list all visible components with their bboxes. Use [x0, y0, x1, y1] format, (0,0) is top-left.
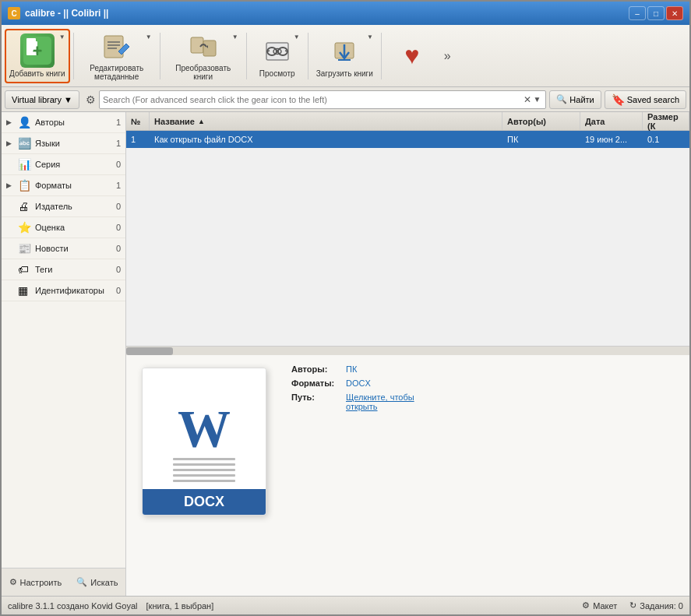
search-dropdown-icon[interactable]: ▼	[531, 95, 542, 104]
rating-icon: ⭐	[18, 221, 32, 234]
docx-badge: DOCX	[143, 489, 266, 515]
table-row[interactable]: 1 Как открыть файл DOCX ПК 19 июн 2... 0…	[126, 131, 689, 148]
series-count: 0	[116, 160, 121, 169]
cell-title: Как открыть файл DOCX	[150, 135, 502, 144]
docx-line-2	[173, 463, 235, 466]
layout-icon: ⚙	[582, 600, 590, 611]
configure-label: Настроить	[20, 578, 62, 587]
jobs-button[interactable]: ↻ Задания: 0	[629, 600, 683, 611]
virtual-library-chevron: ▼	[64, 95, 72, 104]
docx-line-1	[173, 458, 235, 460]
statusbar: calibre 3.1.1 создано Kovid Goyal [книга…	[2, 596, 689, 614]
calibre-version: calibre 3.1.1 создано Kovid Goyal	[8, 601, 138, 611]
svg-text:+: +	[32, 41, 42, 61]
search-sidebar-button[interactable]: 🔍 Искать	[73, 574, 121, 590]
col-header-title[interactable]: Название ▲	[150, 112, 502, 130]
sidebar-item-rating[interactable]: ▶ ⭐ Оценка 0	[2, 217, 125, 238]
svg-rect-9	[203, 40, 216, 56]
configure-button[interactable]: ⚙ Настроить	[6, 574, 65, 590]
sidebar-item-publisher[interactable]: ▶ 🖨 Издатель 0	[2, 196, 125, 217]
toolbar-more-button[interactable]: »	[441, 46, 454, 66]
edit-meta-icon	[100, 31, 134, 62]
identifiers-count: 0	[116, 286, 121, 295]
minimize-button[interactable]: –	[629, 6, 646, 20]
toolbar-separator-3	[246, 33, 247, 79]
jobs-label: Задания: 0	[640, 601, 683, 611]
path-meta-label: Путь:	[291, 392, 346, 402]
titlebar: C calibre - || Colibri || – □ ✕	[2, 2, 689, 25]
book-table: № Название ▲ Автор(ы) Дата Размер (К	[126, 112, 689, 346]
jobs-spinner-icon: ↻	[629, 600, 636, 611]
close-button[interactable]: ✕	[666, 6, 683, 20]
virtual-library-label: Virtual library	[12, 95, 62, 104]
bookmark-icon: 🔖	[612, 93, 625, 106]
sidebar-item-languages[interactable]: ▶ 🔤 Языки 1	[2, 133, 125, 154]
saved-search-label: Saved search	[627, 95, 679, 104]
expand-icon: ▶	[6, 181, 16, 189]
add-books-button[interactable]: + ▼ Добавить книги	[5, 29, 70, 83]
publisher-label: Издатель	[35, 202, 116, 211]
sidebar-item-series[interactable]: ▶ 📊 Серия 0	[2, 154, 125, 175]
formats-icon: 📋	[18, 179, 32, 192]
window-controls: – □ ✕	[629, 6, 683, 20]
path-meta-value[interactable]: Щелкните, чтобы открыть	[346, 392, 439, 411]
docx-line-5	[173, 480, 235, 482]
convert-dropdown-icon[interactable]: ▼	[232, 33, 238, 40]
languages-label: Языки	[35, 139, 116, 148]
virtual-library-button[interactable]: Virtual library ▼	[5, 90, 79, 109]
sidebar-item-tags[interactable]: ▶ 🏷 Теги 0	[2, 259, 125, 280]
toolbar-separator-4	[308, 33, 308, 79]
formats-meta-value[interactable]: DOCX	[346, 378, 371, 388]
col-header-author[interactable]: Автор(ы)	[502, 112, 580, 130]
layout-button[interactable]: ⚙ Макет	[582, 600, 617, 611]
publisher-count: 0	[116, 202, 121, 211]
get-books-dropdown-icon[interactable]: ▼	[367, 33, 373, 40]
expand-icon: ▶	[6, 118, 16, 126]
sidebar-item-news[interactable]: ▶ 📰 Новости 0	[2, 238, 125, 259]
edit-meta-dropdown-icon[interactable]: ▼	[146, 33, 152, 40]
scrollbar-thumb[interactable]	[126, 347, 173, 355]
news-icon: 📰	[18, 242, 32, 255]
saved-search-button[interactable]: 🔖 Saved search	[605, 90, 686, 109]
meta-path-row: Путь: Щелкните, чтобы открыть	[291, 392, 680, 411]
view-button[interactable]: ▼ Просмотр	[250, 29, 305, 83]
edit-meta-button[interactable]: ▼ Редактировать метаданные	[77, 29, 157, 83]
cell-author: ПК	[502, 135, 580, 144]
sidebar-item-formats[interactable]: ▶ 📋 Форматы 1	[2, 175, 125, 196]
col-header-size[interactable]: Размер (К	[643, 112, 689, 130]
table-scrollbar[interactable]	[126, 346, 689, 355]
authors-meta-value[interactable]: ПК	[346, 364, 357, 374]
view-label: Просмотр	[259, 69, 295, 78]
languages-count: 1	[116, 139, 121, 148]
docx-line-3	[173, 469, 235, 471]
news-count: 0	[116, 244, 121, 253]
get-books-label: Загрузить книги	[316, 69, 373, 78]
tags-count: 0	[116, 265, 121, 274]
find-button[interactable]: 🔍 Найти	[549, 90, 601, 109]
edit-meta-label: Редактировать метаданные	[82, 64, 152, 81]
toolbar: + ▼ Добавить книги ▼ Редактировать метад	[2, 25, 689, 87]
toolbar-separator-5	[381, 33, 382, 79]
search-gear-icon[interactable]: ⚙	[86, 93, 96, 106]
window-title: calibre - || Colibri ||	[25, 8, 108, 19]
add-books-dropdown-icon[interactable]: ▼	[59, 33, 65, 40]
maximize-button[interactable]: □	[647, 6, 665, 20]
tags-icon: 🏷	[18, 263, 32, 276]
convert-button[interactable]: ▼ Преобразовать книги	[164, 29, 243, 83]
sidebar-item-identifiers[interactable]: ▶ ▦ Идентификаторы 0	[2, 280, 125, 301]
search-input[interactable]	[103, 95, 524, 104]
col-header-num[interactable]: №	[126, 112, 150, 130]
add-books-label: Добавить книги	[9, 69, 65, 78]
search-clear-icon[interactable]: ✕	[524, 94, 531, 105]
sidebar-item-authors[interactable]: ▶ 👤 Авторы 1	[2, 112, 125, 133]
heart-icon: ♥	[404, 41, 419, 70]
donate-button[interactable]: ♥	[385, 29, 439, 83]
search-sidebar-icon: 🔍	[76, 577, 87, 587]
titlebar-left: C calibre - || Colibri ||	[8, 7, 108, 19]
formats-label: Форматы	[35, 181, 116, 190]
rating-count: 0	[116, 223, 121, 232]
view-dropdown-icon[interactable]: ▼	[294, 33, 300, 40]
col-header-date[interactable]: Дата	[580, 112, 643, 130]
get-books-button[interactable]: ▼ Загрузить книги	[312, 29, 378, 83]
sort-arrow-icon: ▲	[198, 118, 205, 125]
